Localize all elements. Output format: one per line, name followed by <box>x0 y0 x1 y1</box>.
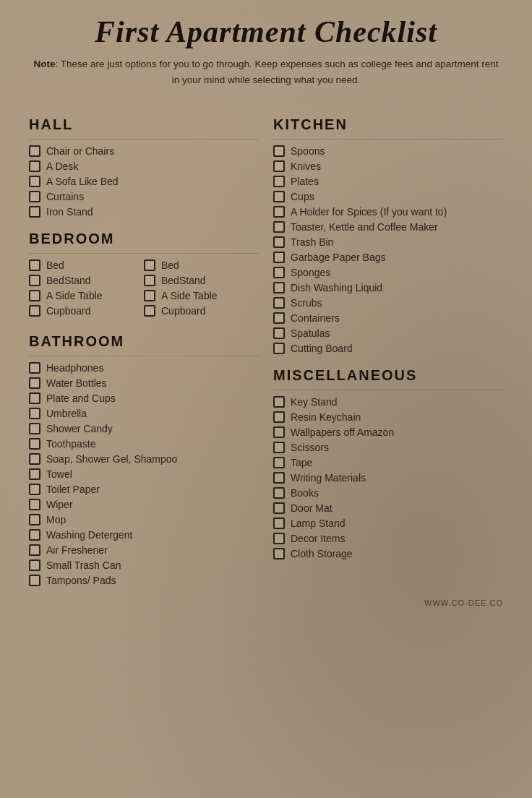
checkbox[interactable] <box>273 160 285 172</box>
checkbox[interactable] <box>273 548 285 559</box>
checkbox[interactable] <box>273 343 285 354</box>
list-item: Cutting Board <box>273 343 503 354</box>
right-column: KITCHEN Spoons Knives Plates Cups A Hold… <box>273 103 503 590</box>
list-item: Chair or Chairs <box>29 145 259 157</box>
checkbox[interactable] <box>29 259 40 271</box>
checkbox[interactable] <box>29 575 40 586</box>
item-label: A Holder for Spices (If you want to) <box>291 206 447 218</box>
list-item: A Desk <box>29 160 259 172</box>
list-item: Sponges <box>273 267 503 278</box>
checkbox[interactable] <box>273 312 285 324</box>
list-item: Scrubs <box>273 297 503 309</box>
item-label: Curtains <box>46 191 84 202</box>
checkbox[interactable] <box>273 206 285 218</box>
checkbox[interactable] <box>29 191 40 202</box>
bathroom-title: BATHROOM <box>29 333 259 350</box>
checkbox[interactable] <box>273 236 285 248</box>
item-label: A Side Table <box>161 290 218 301</box>
checkbox[interactable] <box>273 176 285 187</box>
list-item: Cupboard <box>29 305 144 317</box>
list-item: Cups <box>273 191 503 202</box>
checkbox[interactable] <box>273 411 285 423</box>
checkbox[interactable] <box>29 408 40 419</box>
checkbox[interactable] <box>273 487 285 499</box>
list-item: Spatulas <box>273 327 503 339</box>
list-item: Door Mat <box>273 502 503 514</box>
item-label: Air Freshener <box>46 544 108 556</box>
checkbox[interactable] <box>144 275 155 286</box>
checkbox[interactable] <box>144 259 155 271</box>
item-label: Knives <box>291 160 321 172</box>
item-label: Wiper <box>46 499 73 510</box>
bathroom-section: BATHROOM Headphones Water Bottles Plate … <box>29 333 259 586</box>
item-label: Scrubs <box>291 297 322 309</box>
checkbox[interactable] <box>29 468 40 480</box>
checkbox[interactable] <box>144 290 155 301</box>
checkbox[interactable] <box>29 484 40 495</box>
item-label: Toothpaste <box>46 438 96 450</box>
item-label: Towel <box>46 468 72 480</box>
list-item: Washing Detergent <box>29 529 259 541</box>
checkbox[interactable] <box>29 529 40 541</box>
checkbox[interactable] <box>273 267 285 278</box>
checkbox[interactable] <box>273 533 285 544</box>
checkbox[interactable] <box>273 297 285 309</box>
checkbox[interactable] <box>29 145 40 157</box>
list-item: Bed <box>29 259 144 271</box>
checkbox[interactable] <box>29 392 40 404</box>
list-item: Garbage Paper Bags <box>273 252 503 263</box>
item-label: Spoons <box>291 145 325 157</box>
checkbox[interactable] <box>29 377 40 389</box>
checkbox[interactable] <box>273 327 285 339</box>
checkbox[interactable] <box>29 438 40 450</box>
item-label: A Side Table <box>46 290 103 301</box>
checkbox[interactable] <box>29 290 40 301</box>
checkbox[interactable] <box>29 176 40 187</box>
checkbox[interactable] <box>29 559 40 571</box>
checkbox[interactable] <box>273 282 285 293</box>
checkbox[interactable] <box>273 457 285 468</box>
checkbox[interactable] <box>29 514 40 525</box>
checkbox[interactable] <box>273 396 285 408</box>
checkbox[interactable] <box>273 518 285 529</box>
checkbox[interactable] <box>29 160 40 172</box>
item-label: Tampons/ Pads <box>46 575 116 586</box>
checkbox[interactable] <box>273 252 285 263</box>
checkbox[interactable] <box>29 423 40 434</box>
checkbox[interactable] <box>273 472 285 484</box>
item-label: Resin Keychain <box>291 411 361 423</box>
footer-text: WWW.CO-DEE.CO <box>29 598 503 607</box>
checkbox[interactable] <box>273 442 285 453</box>
list-item: Bed <box>144 259 259 271</box>
checkbox[interactable] <box>29 544 40 556</box>
checkbox[interactable] <box>273 502 285 514</box>
list-item: Decor Items <box>273 533 503 544</box>
bathroom-divider <box>29 356 259 356</box>
checkbox[interactable] <box>273 426 285 438</box>
list-item: Shower Candy <box>29 423 259 434</box>
item-label: Shower Candy <box>46 423 113 434</box>
item-label: BedStand <box>161 275 206 286</box>
checkbox[interactable] <box>29 362 40 374</box>
list-item: Towel <box>29 468 259 480</box>
checkbox[interactable] <box>29 499 40 510</box>
checkbox[interactable] <box>273 191 285 202</box>
item-label: Plates <box>291 176 319 187</box>
checkbox[interactable] <box>273 145 285 157</box>
list-item: Spoons <box>273 145 503 157</box>
item-label: Key Stand <box>291 396 338 408</box>
checkbox[interactable] <box>273 221 285 233</box>
checkbox[interactable] <box>29 275 40 286</box>
list-item: Headphones <box>29 362 259 374</box>
item-label: Spatulas <box>291 327 330 339</box>
item-label: A Desk <box>46 160 78 172</box>
checkbox[interactable] <box>29 206 40 218</box>
checkbox[interactable] <box>29 305 40 317</box>
list-item: Key Stand <box>273 396 503 408</box>
list-item: Tampons/ Pads <box>29 575 259 586</box>
item-label: Washing Detergent <box>46 529 132 541</box>
item-label: A Sofa Like Bed <box>46 176 119 187</box>
checkbox[interactable] <box>144 305 155 317</box>
checkbox[interactable] <box>29 453 40 465</box>
item-label: Trash Bin <box>291 236 333 248</box>
